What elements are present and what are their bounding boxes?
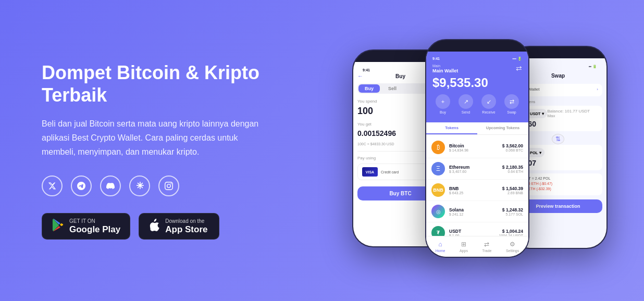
upcoming-tokens-tab[interactable]: Upcoming Tokens [477,122,528,134]
send-action[interactable]: ↗ Send [459,94,473,114]
wallet-balance: $9,535.30 [432,76,522,90]
tokens-tab[interactable]: Tokens [426,122,477,134]
token-list: ₿ Bitcoin $ 14,834.98 $ 3,562.00 0.068 B… [426,135,528,246]
solana-info: Solana $ 241.12 [449,207,498,216]
wallet-header-row: Main Main Wallet ⇄ [432,63,522,73]
google-play-icon [52,219,64,234]
solana-icon: ◎ [431,205,445,218]
bitcoin-info: Bitcoin $ 14,834.98 [449,143,498,152]
hero-title: Dompet Bitcoin & Kripto Terbaik [42,61,313,106]
apps-icon: ⊞ [461,241,466,248]
card-icon: VISA [362,167,378,177]
bnb-icon: BNB [431,183,445,197]
bitcoin-icon: ₿ [431,141,445,154]
google-play-text: GET IT ON Google Play [69,219,120,234]
telegram-icon[interactable] [71,175,92,196]
bitcoin-token[interactable]: ₿ Bitcoin $ 14,834.98 $ 3,562.00 0.068 B… [426,137,528,158]
twitter-icon[interactable] [42,175,63,196]
ethereum-icon: Ξ [431,162,445,175]
bnb-token[interactable]: BNB BNB $ 643.25 $ 1,540.39 2.69 BNB [426,180,528,201]
wallet-header: 9:41 ▪▪▪ 🔋 Main Main Wallet ⇄ $9,535.30 [426,52,528,122]
buy-action[interactable]: + Buy [436,94,450,114]
asterisk-icon[interactable]: ✳ [129,175,150,196]
to-token-row: P POL ▾ [518,148,598,157]
apps-nav[interactable]: ⊞ Apps [460,241,468,253]
hero-container: Dompet Bitcoin & Kripto Terbaik Beli dan… [0,0,644,301]
wallet-label-group: Main Main Wallet [432,63,458,73]
bitcoin-value: $ 3,562.00 0.068 BTC [502,143,523,152]
settings-icon[interactable]: ⇄ [516,64,522,72]
from-token-row: ₮ USDT ▾ Balance: 101.77 USDT Max [518,109,598,118]
status-bar-center: 9:41 ▪▪▪ 🔋 [432,57,522,63]
home-icon: ⌂ [438,241,442,248]
ethereum-info: Ethereum $ 3,407.60 [449,165,498,173]
discord-icon[interactable] [100,175,121,196]
wallet-tabs: Tokens Upcoming Tokens [426,122,528,135]
bottom-nav: ⌂ Home ⊞ Apps ⇄ Trade ⚙ Settings [426,236,528,257]
fee-row: -0.0005 ETH (-$0.47) [518,182,598,185]
solana-token[interactable]: ◎ Solana $ 241.12 $ 1,248.32 5.177 SOL [426,201,528,222]
phone-wallet: 9:41 ▪▪▪ 🔋 Main Main Wallet ⇄ $9,535.30 [425,39,529,258]
bnb-info: BNB $ 643.25 [449,186,498,195]
ethereum-value: $ 2,180.35 0.64 ETH [502,165,523,173]
home-nav[interactable]: ⌂ Home [436,241,445,253]
instagram-icon[interactable] [158,175,179,196]
trade-icon: ⇄ [484,241,489,248]
bnb-value: $ 1,540.39 2.69 BNB [502,186,523,195]
apple-icon [148,219,160,234]
swap-icon: ⇄ [504,94,519,109]
send-icon: ↗ [459,94,473,109]
signal-right: ▪▪ 🔋 [589,65,597,69]
swap-action[interactable]: ⇄ Swap [504,94,519,114]
phone-notch-right [537,47,579,58]
app-store-text: Download on the App Store [165,219,207,234]
phone-notch-center [456,40,498,52]
phones-container: 9:41 ▪▪▪ ← Buy Buy Sell You spend 100 [321,0,644,301]
settings-nav[interactable]: ⚙ Settings [506,241,519,253]
google-play-button[interactable]: GET IT ON Google Play [42,213,130,240]
to-amount: 57.07 [518,159,598,167]
buy-icon: + [436,94,450,109]
phone-notch-left [380,51,422,62]
sell-tab[interactable]: Sell [382,84,403,93]
solana-value: $ 1,248.32 5.177 SOL [502,207,523,216]
signal-center: ▪▪▪ 🔋 [513,57,522,61]
receive-icon: ↙ [481,94,496,109]
ethereum-token[interactable]: Ξ Ethereum $ 3,407.60 $ 2,180.35 0.64 ET… [426,158,528,180]
from-amount: 23.60 [518,120,598,128]
wallet-screen: 9:41 ▪▪▪ 🔋 Main Main Wallet ⇄ $9,535.30 [426,52,528,257]
rate-row: 1 USDT = 2.42 POL [518,177,598,180]
slippage-row: 0.017 ETH (-$32.39) [518,187,598,191]
download-buttons: GET IT ON Google Play Download on the Ap… [42,213,313,240]
settings-icon: ⚙ [510,241,515,248]
wallet-row: Main Wallet › [518,87,598,92]
trade-nav[interactable]: ⇄ Trade [482,241,491,253]
social-icons-group: ✳ [42,175,313,196]
left-content: Dompet Bitcoin & Kripto Terbaik Beli dan… [42,61,313,240]
buy-tab[interactable]: Buy [358,84,380,93]
app-store-button[interactable]: Download on the App Store [139,213,219,240]
hero-description: Beli dan jual Bitcoin serta mata uang kr… [42,117,266,159]
receive-action[interactable]: ↙ Receive [481,94,496,114]
wallet-actions: + Buy ↗ Send ↙ Receive ⇄ [432,94,522,114]
